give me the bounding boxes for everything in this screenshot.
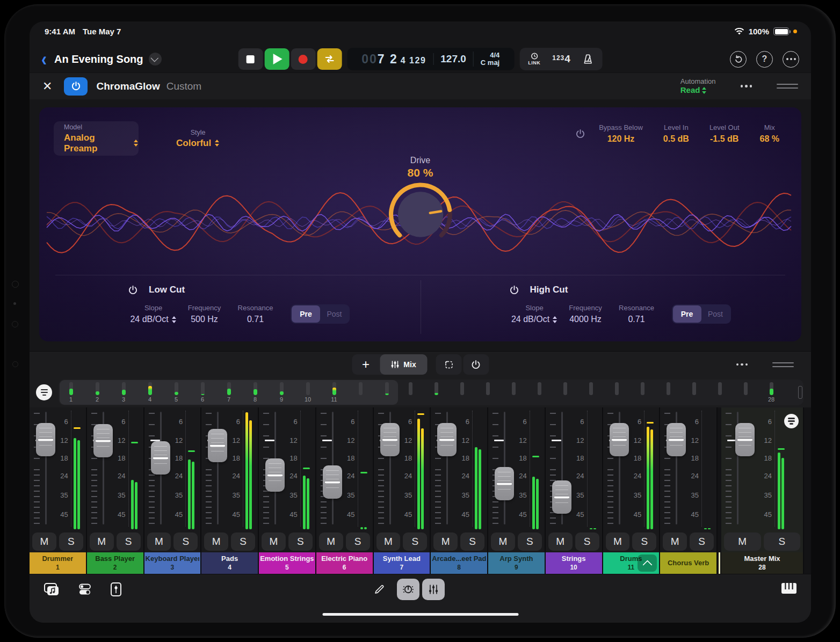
- track-label[interactable]: Synth Lead7: [374, 552, 430, 574]
- link-button[interactable]: LINK: [528, 53, 540, 65]
- overview-track-7[interactable]: 7: [226, 382, 231, 403]
- count-in-button[interactable]: 1234: [552, 53, 570, 65]
- volume-fader[interactable]: [610, 423, 629, 456]
- home-indicator[interactable]: [322, 613, 518, 616]
- bypass-power-icon[interactable]: [575, 129, 585, 139]
- volume-fader[interactable]: [265, 458, 285, 492]
- volume-fader[interactable]: [380, 423, 400, 456]
- mute-button[interactable]: M: [319, 532, 343, 551]
- overview-track-20[interactable]: [562, 382, 568, 403]
- high-cut-power-icon[interactable]: [509, 285, 519, 295]
- plugin-more-button[interactable]: [741, 85, 752, 87]
- overview-track-5[interactable]: 5: [173, 382, 179, 403]
- overview-track-19[interactable]: [537, 382, 542, 403]
- overview-track-15[interactable]: [433, 382, 439, 403]
- low-cut-resonance[interactable]: Resonance 0.71: [230, 304, 281, 324]
- volume-fader[interactable]: [552, 480, 571, 514]
- solo-button[interactable]: S: [231, 532, 255, 551]
- track-label[interactable]: Keyboard Player3: [144, 552, 201, 574]
- overview-track-9[interactable]: 9: [279, 382, 284, 403]
- help-button[interactable]: ?: [756, 51, 773, 68]
- mixer-resize-handle[interactable]: [772, 362, 794, 367]
- solo-button[interactable]: S: [403, 532, 427, 551]
- keyboard-icon[interactable]: [781, 582, 797, 594]
- overview-track-4[interactable]: 4: [147, 382, 153, 403]
- undo-button[interactable]: [730, 51, 747, 68]
- record-button[interactable]: [291, 48, 315, 70]
- track-label[interactable]: Arcade...eet Pad8: [431, 552, 487, 574]
- track-label[interactable]: Emotion Strings5: [259, 552, 315, 574]
- more-button[interactable]: [783, 51, 799, 68]
- channel-controls-button[interactable]: [422, 579, 445, 600]
- track-label[interactable]: Drummer1: [30, 552, 86, 574]
- track-label[interactable]: Master Mix28: [721, 552, 803, 574]
- solo-button[interactable]: S: [173, 532, 198, 551]
- track-filter-button[interactable]: [36, 384, 52, 400]
- overview-track-10[interactable]: 10: [305, 382, 310, 403]
- plugin-preset[interactable]: Custom: [166, 81, 201, 92]
- solo-button[interactable]: S: [288, 532, 313, 551]
- mixer-power-button[interactable]: [463, 354, 489, 375]
- mute-button[interactable]: M: [90, 532, 114, 551]
- mute-button[interactable]: M: [204, 532, 228, 551]
- bypass-below-param[interactable]: Bypass Below 120 Hz: [589, 123, 653, 144]
- play-button[interactable]: [264, 48, 289, 70]
- model-selector[interactable]: Model Analog Preamp: [54, 121, 139, 156]
- overview-track-17[interactable]: [485, 382, 490, 403]
- overview-track-14[interactable]: [408, 382, 413, 403]
- track-label[interactable]: Drums11: [603, 552, 660, 574]
- high-cut-resonance[interactable]: Resonance 0.71: [611, 304, 662, 324]
- track-label[interactable]: Electric Piano6: [316, 552, 373, 574]
- mute-button[interactable]: M: [606, 532, 630, 551]
- fader-view-icon[interactable]: [110, 582, 122, 597]
- overview-track-28[interactable]: 28: [769, 382, 774, 403]
- add-track-button[interactable]: +: [352, 354, 380, 375]
- metronome-icon[interactable]: [582, 53, 594, 65]
- overview-track-8[interactable]: 8: [252, 382, 258, 403]
- solo-button[interactable]: S: [764, 532, 801, 551]
- solo-button[interactable]: S: [460, 532, 484, 551]
- post-segment[interactable]: Post: [701, 305, 730, 323]
- high-cut-slope[interactable]: Slope 24 dB/Oct: [509, 304, 560, 324]
- automation-mode-control[interactable]: Automation Read: [680, 77, 716, 96]
- solo-button[interactable]: S: [59, 532, 83, 551]
- overview-track-26[interactable]: [717, 382, 722, 403]
- overview-track-24[interactable]: [665, 382, 671, 403]
- overview-track-6[interactable]: 6: [200, 382, 205, 403]
- low-cut-frequency[interactable]: Frequency 500 Hz: [179, 304, 230, 324]
- master-filter-button[interactable]: [784, 414, 799, 428]
- volume-fader[interactable]: [495, 467, 514, 500]
- solo-button[interactable]: S: [518, 532, 542, 551]
- volume-fader[interactable]: [667, 423, 686, 456]
- low-cut-power-icon[interactable]: [128, 285, 138, 295]
- mix-param[interactable]: Mix 68 %: [750, 123, 790, 144]
- solo-button[interactable]: S: [117, 532, 141, 551]
- cycle-button[interactable]: [317, 48, 342, 70]
- pre-segment[interactable]: Pre: [292, 305, 320, 323]
- style-selector[interactable]: Style Colorful: [176, 121, 220, 156]
- mute-button[interactable]: M: [262, 532, 286, 551]
- overview-track-3[interactable]: 3: [121, 382, 126, 403]
- mute-button[interactable]: M: [32, 532, 56, 551]
- overview-track-22[interactable]: [614, 382, 619, 403]
- level-in-param[interactable]: Level In 0.5 dB: [653, 123, 699, 144]
- volume-fader[interactable]: [208, 429, 227, 462]
- overview-track-25[interactable]: [691, 382, 697, 403]
- overview-track-11[interactable]: 11: [331, 382, 337, 403]
- volume-fader[interactable]: [151, 441, 170, 475]
- controls-toggle-icon[interactable]: [78, 582, 92, 596]
- mute-button[interactable]: M: [376, 532, 401, 551]
- mute-button[interactable]: M: [433, 532, 458, 551]
- overview-track-16[interactable]: [459, 382, 465, 403]
- song-menu-chevron-icon[interactable]: [149, 53, 162, 65]
- overview-track-12[interactable]: [358, 382, 363, 403]
- plugin-resize-handle[interactable]: [777, 84, 798, 89]
- track-label[interactable]: Chorus Verb: [660, 552, 716, 574]
- mix-view-button[interactable]: Mix: [380, 354, 427, 375]
- volume-fader[interactable]: [323, 465, 342, 499]
- solo-button[interactable]: S: [690, 532, 714, 551]
- volume-fader[interactable]: [437, 423, 457, 456]
- plugin-power-button[interactable]: [64, 77, 88, 96]
- collapse-stack-button[interactable]: [638, 555, 657, 572]
- back-button[interactable]: ‹: [41, 49, 47, 69]
